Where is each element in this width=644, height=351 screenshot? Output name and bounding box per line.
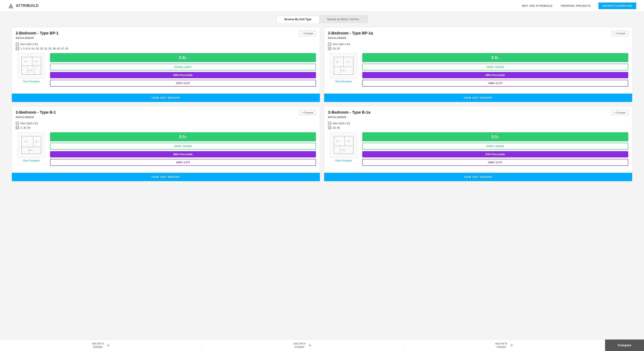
card-content: BR1 BR2 LIVING View Floorplan 3.6/5 EXCE… — [16, 53, 316, 86]
rank-badge: #274 / 2,717 — [50, 80, 316, 86]
card-body: 2-Bedroom - Type BP-1a + Compare ROYALGR… — [324, 27, 632, 90]
percentile-badge: 89th Percentile — [362, 72, 628, 78]
card-content: BR1 BR2 LIVING View Floorplan 3.5/5 VERY… — [328, 53, 628, 86]
svg-rect-46 — [334, 136, 353, 154]
ratings-area: 3.5/5 VERY GOOD 88th Percentile #290 / 2… — [50, 132, 316, 166]
ratings-area: 3.6/5 EXCELLENT 90th Percentile #274 / 2… — [50, 53, 316, 86]
card-header: 2-Bedroom - Type BP-1a + Compare — [328, 31, 628, 36]
floorplan-area: BR1 BR2 LIVING View Floorplan — [16, 132, 47, 162]
svg-rect-17 — [328, 47, 331, 50]
size-row: 62m² (667.4 ft²) — [16, 42, 316, 46]
unit-title: 2-Bedroom - Type BP-1 — [16, 31, 58, 36]
view-floorplan-link[interactable]: View Floorplan — [23, 159, 40, 162]
rating-label: VERY GOOD — [50, 143, 316, 150]
card-content: BR1 BR2 LIVING View Floorplan 3.5/5 VERY… — [16, 132, 316, 166]
svg-text:BR2: BR2 — [36, 141, 38, 142]
unit-title: 2-Bedroom - Type B-1a — [328, 110, 370, 114]
unit-project: ROYALGREEN — [328, 37, 628, 40]
unit-title: 2-Bedroom - Type BP-1a — [328, 31, 373, 36]
score-badge: 3.5/5 — [362, 53, 628, 62]
compare-unit-button[interactable]: + Compare — [299, 31, 316, 36]
main-nav: WHY USE ATTRIBUILD TRENDING PROJECTS SEA… — [522, 2, 636, 9]
main-content: 2-Bedroom - Type BP-1 + Compare ROYALGRE… — [0, 27, 644, 201]
view-floorplan-link[interactable]: View Floorplan — [335, 159, 352, 162]
rank-badge: #292 / 2,717 — [362, 159, 628, 166]
view-unit-report-button[interactable]: VIEW UNIT REPORT — [324, 173, 632, 181]
tab-block-unit[interactable]: Browse by Block / Unit No. — [319, 16, 368, 23]
floorplan-image: BR1 BR2 LIVING — [330, 132, 357, 158]
compare-unit-button[interactable]: + Compare — [299, 110, 316, 115]
logo-text: ATTRIBUILD — [16, 4, 39, 8]
card-header: 2-Bedroom - Type B-1a + Compare — [328, 110, 628, 115]
view-unit-report-button[interactable]: VIEW UNIT REPORT — [12, 173, 320, 181]
svg-text:LIVING: LIVING — [340, 70, 345, 71]
size-row: 59m² (635.1 ft²) — [328, 122, 628, 125]
size-row: 59m² (635.1 ft²) — [16, 122, 316, 125]
svg-text:BR1: BR1 — [336, 61, 339, 63]
floorplan-area: BR1 BR2 LIVING View Floorplan — [328, 53, 359, 83]
card-header: 2-Bedroom - Type BP-1 + Compare — [16, 31, 316, 36]
ratings-area: 3.5/5 VERY GOOD 87th Percentile #292 / 2… — [362, 132, 628, 166]
logo-icon — [8, 3, 14, 9]
view-unit-report-button[interactable]: VIEW UNIT REPORT — [324, 94, 632, 102]
compare-unit-button[interactable]: + Compare — [612, 31, 628, 36]
svg-rect-33 — [22, 136, 41, 154]
view-unit-report-button[interactable]: VIEW UNIT REPORT — [12, 94, 320, 102]
unit-floors: 19, 26 — [333, 47, 340, 50]
floorplan-image: BR1 BR2 LIVING — [18, 53, 45, 78]
unit-meta: 59m² (635.1 ft²) 4, 39, 54 — [16, 122, 316, 129]
svg-rect-3 — [16, 47, 19, 50]
svg-text:LIVING: LIVING — [28, 150, 33, 151]
rank-badge: #288 / 2,717 — [362, 80, 628, 86]
view-floorplan-link[interactable]: View Floorplan — [23, 80, 40, 83]
unit-floors: 18, 46 — [333, 126, 340, 129]
svg-text:BR2: BR2 — [347, 140, 350, 142]
floors-row: 19, 26 — [328, 47, 628, 50]
logo: ATTRIBUILD — [8, 3, 39, 9]
unit-meta: 62m² (667.4 ft²) 1, 5, 8, 9, 14, 15, 22,… — [16, 42, 316, 50]
nav-why[interactable]: WHY USE ATTRIBUILD — [522, 4, 552, 7]
floor-icon — [328, 47, 331, 50]
score-badge: 3.6/5 — [50, 53, 316, 62]
unit-card-3: 2-Bedroom - Type B-1a + Compare ROYALGRE… — [324, 106, 632, 181]
compare-unit-button[interactable]: + Compare — [612, 110, 628, 115]
floors-row: 4, 39, 54 — [16, 126, 316, 129]
card-header: 2-Bedroom - Type B-1 + Compare — [16, 110, 316, 115]
unit-project: ROYALGREEN — [16, 116, 316, 119]
card-body: 2-Bedroom - Type B-1 + Compare ROYALGREE… — [12, 106, 320, 170]
tab-unit-type[interactable]: Browse By Unit Type — [276, 16, 319, 23]
svg-text:LIVING: LIVING — [340, 149, 345, 150]
svg-rect-43 — [328, 126, 331, 129]
percentile-badge: 88th Percentile — [50, 151, 316, 158]
search-floorplans-button[interactable]: SEARCH FLOORPLANS — [598, 2, 636, 9]
unit-floors: 1, 5, 8, 9, 14, 15, 22, 31, 35, 38, 42, … — [20, 47, 68, 50]
unit-size: 62m² (667.4 ft²) — [333, 43, 350, 46]
floor-icon — [16, 126, 19, 129]
floorplan-area: BR1 BR2 LIVING View Floorplan — [16, 53, 47, 83]
ratings-area: 3.5/5 VERY GOOD 89th Percentile #288 / 2… — [362, 53, 628, 86]
svg-text:BR1: BR1 — [25, 141, 28, 142]
floorplan-image: BR1 BR2 LIVING — [18, 132, 45, 158]
cards-grid: 2-Bedroom - Type BP-1 + Compare ROYALGRE… — [12, 27, 632, 181]
floorplan-area: BR1 BR2 LIVING View Floorplan — [328, 132, 359, 162]
header: ATTRIBUILD WHY USE ATTRIBUILD TRENDING P… — [0, 0, 644, 12]
area-icon — [16, 42, 19, 46]
svg-text:LIVING: LIVING — [28, 70, 33, 71]
nav-trending[interactable]: TRENDING PROJECTS — [560, 4, 591, 7]
rating-label: VERY GOOD — [362, 143, 628, 150]
view-floorplan-link[interactable]: View Floorplan — [335, 80, 352, 83]
area-icon — [328, 42, 331, 46]
rating-label: EXCELLENT — [50, 64, 316, 70]
svg-rect-0 — [10, 6, 12, 8]
unit-card-1: 2-Bedroom - Type BP-1a + Compare ROYALGR… — [324, 27, 632, 102]
floor-icon — [328, 126, 331, 129]
area-icon — [16, 122, 19, 125]
size-row: 62m² (667.4 ft²) — [328, 42, 628, 46]
rating-label: VERY GOOD — [362, 64, 628, 70]
unit-meta: 59m² (635.1 ft²) 18, 46 — [328, 122, 628, 129]
score-badge: 3.5/5 — [362, 132, 628, 141]
svg-text:BR1: BR1 — [336, 140, 339, 142]
browse-tabs: Browse By Unit Type Browse by Block / Un… — [0, 16, 644, 23]
card-body: 2-Bedroom - Type B-1a + Compare ROYALGRE… — [324, 106, 632, 170]
unit-project: ROYALGREEN — [16, 37, 316, 40]
